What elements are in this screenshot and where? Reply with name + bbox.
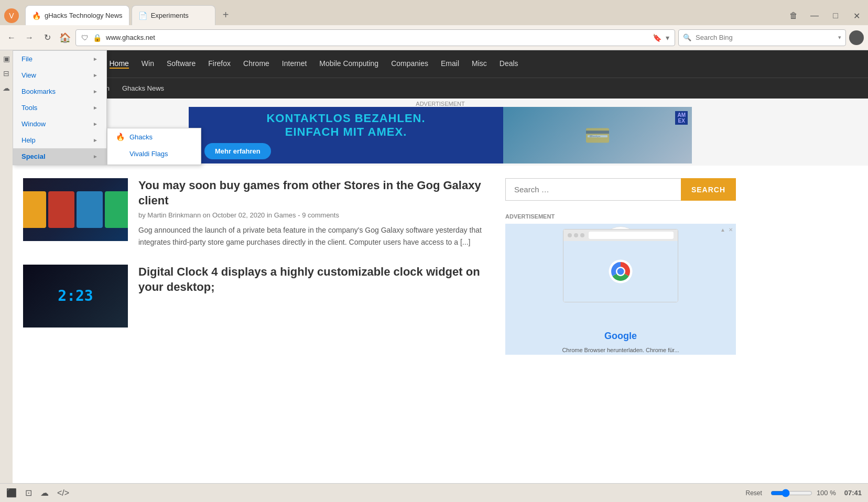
tab-experiments[interactable]: 📄 Experiments <box>132 5 215 25</box>
menu-arrow-file: ► <box>93 56 98 62</box>
nav-link-internet[interactable]: Internet <box>282 59 307 69</box>
bookmark-icon[interactable]: 🔖 <box>653 34 661 42</box>
menu-arrow-window: ► <box>93 121 98 127</box>
close-button[interactable]: ✕ <box>849 8 864 23</box>
ad-close-icon[interactable]: ✕ <box>729 227 733 233</box>
sidebar-right: SEARCH ADVERTISEMENT ✕ ▲ <box>505 178 736 355</box>
sidebar-icon-2[interactable]: ⊟ <box>3 69 9 78</box>
trash-button[interactable]: 🗑 <box>786 8 801 23</box>
menu-link-file[interactable]: File <box>21 55 32 63</box>
window-controls: 🗑 — □ ✕ <box>786 8 864 25</box>
browser-viewport: File ► View ► Bookmarks ► Tools <box>13 50 868 483</box>
menu-item-tools[interactable]: Tools ► <box>13 100 106 116</box>
nav-link-deals[interactable]: Deals <box>500 59 518 69</box>
zoom-slider[interactable] <box>771 489 812 497</box>
new-tab-button[interactable]: + <box>218 6 234 23</box>
amex-badge: AMEX <box>675 111 688 125</box>
address-dropdown-icon[interactable]: ▾ <box>666 34 669 42</box>
ad-image: KONTAKTLOS BEZAHLEN. EINFACH MIT AMEX. M… <box>189 107 692 163</box>
sidebar-icon-1[interactable]: ▣ <box>3 54 10 63</box>
refresh-button[interactable]: ↻ <box>40 30 55 45</box>
sidebar-ad-label: ADVERTISEMENT <box>505 213 736 220</box>
vivaldi-flags-icon <box>116 149 124 158</box>
time-display: 07:41 <box>844 489 862 497</box>
search-dropdown-icon[interactable]: ▾ <box>838 34 841 41</box>
reset-button[interactable]: Reset <box>746 489 762 497</box>
nav-link-companies[interactable]: Companies <box>391 59 428 69</box>
forward-button[interactable]: → <box>22 30 37 45</box>
sidebar-icon-3[interactable]: ☁ <box>3 84 10 92</box>
tab-favicon-experiments: 📄 <box>138 12 147 20</box>
menu-item-help[interactable]: Help ► <box>13 132 106 148</box>
browser-frame: V 🔥 gHacks Technology News 📄 Experiments… <box>0 0 868 502</box>
article-clock: 2:23 Digital Clock 4 displays a highly c… <box>23 265 493 328</box>
sidebar-search-button[interactable]: SEARCH <box>681 178 736 201</box>
ghacks-favicon: 🔥 <box>116 133 124 141</box>
sub-menu: 🔥 Ghacks Vivaldi Flags <box>107 128 201 165</box>
menu-link-tools[interactable]: Tools <box>21 104 37 112</box>
toolbar-icon-2[interactable]: ⊡ <box>25 488 32 498</box>
svg-point-6 <box>617 268 624 275</box>
article-meta-gog: by Martin Brinkmann on October 02, 2020 … <box>138 211 493 219</box>
address-bar: ← → ↻ 🏠 🛡 🔒 www.ghacks.net 🔖 ▾ 🔍 ▾ <box>0 25 868 50</box>
back-button[interactable]: ← <box>4 30 19 45</box>
menu-arrow-help: ► <box>93 137 98 143</box>
tab-label-experiments: Experiments <box>151 12 209 19</box>
tab-ghacks[interactable]: 🔥 gHacks Technology News <box>25 5 129 25</box>
main-menu: File ► View ► Bookmarks ► Tools <box>13 50 107 165</box>
submenu-item-ghacks[interactable]: 🔥 Ghacks <box>107 128 201 145</box>
content-area: ▣ ⊟ ☁ File ► View ► <box>0 50 868 483</box>
main-content: You may soon buy games from other Stores… <box>13 166 746 367</box>
ad-cta-button[interactable]: Mehr erfahren <box>204 143 271 159</box>
nav-link-chrome[interactable]: Chrome <box>243 59 269 69</box>
nav-link-email[interactable]: Email <box>441 59 459 69</box>
menu-item-special[interactable]: Special ► <box>13 148 106 165</box>
menu-item-view[interactable]: View ► <box>13 67 106 83</box>
article-thumb-gog <box>23 178 128 241</box>
menu-link-bookmarks[interactable]: Bookmarks <box>21 88 56 95</box>
menu-item-window[interactable]: Window ► <box>13 116 106 132</box>
menu-arrow-special: ► <box>93 154 98 159</box>
minimize-button[interactable]: — <box>807 8 822 23</box>
vivaldi-logo[interactable]: V <box>4 8 19 23</box>
maximize-button[interactable]: □ <box>828 8 843 23</box>
sidebar-ad: ✕ ▲ <box>505 224 736 355</box>
tab-bar: V 🔥 gHacks Technology News 📄 Experiments… <box>0 0 868 25</box>
menu-link-help[interactable]: Help <box>21 136 36 144</box>
submenu-link-vivaldi-flags[interactable]: Vivaldi Flags <box>129 150 168 158</box>
address-url[interactable]: www.ghacks.net <box>106 34 648 41</box>
menu-link-special[interactable]: Special <box>21 152 46 160</box>
search-input[interactable] <box>696 34 834 41</box>
menu-arrow-tools: ► <box>93 105 98 111</box>
nav-link-misc[interactable]: Misc <box>472 59 487 69</box>
article-body-clock: Digital Clock 4 displays a highly custom… <box>138 265 493 328</box>
menu-link-window[interactable]: Window <box>21 120 46 128</box>
toolbar-icon-3[interactable]: ☁ <box>40 488 49 498</box>
lock-icon: 🔒 <box>93 34 102 42</box>
toolbar-icon-code[interactable]: </> <box>57 488 69 498</box>
articles-list: You may soon buy games from other Stores… <box>23 178 493 355</box>
zoom-control: 100 % <box>771 489 836 497</box>
toolbar-icon-1[interactable]: ⬛ <box>6 488 17 498</box>
submenu-link-ghacks[interactable]: Ghacks <box>129 133 153 141</box>
ad-left-panel: KONTAKTLOS BEZAHLEN. EINFACH MIT AMEX. M… <box>189 107 503 163</box>
search-bar: 🔍 ▾ <box>678 29 846 46</box>
menu-item-bookmarks[interactable]: Bookmarks ► <box>13 83 106 100</box>
article-gog: You may soon buy games from other Stores… <box>23 178 493 248</box>
dropdown-menu: File ► View ► Bookmarks ► Tools <box>13 50 201 165</box>
article-title-clock[interactable]: Digital Clock 4 displays a highly custom… <box>138 265 493 294</box>
chrome-ad-inner: Google Chrome Browser herunterladen. Chr… <box>505 224 736 355</box>
search-widget: SEARCH <box>505 178 736 201</box>
home-button[interactable]: 🏠 <box>58 30 72 45</box>
article-excerpt-gog: Gog announced the launch of a private be… <box>138 224 493 248</box>
sidebar-search-input[interactable] <box>505 178 681 201</box>
nav-link-firefox[interactable]: Firefox <box>208 59 231 69</box>
search-icon: 🔍 <box>683 34 691 41</box>
user-avatar[interactable] <box>849 30 864 45</box>
nav-link-mobile-computing[interactable]: Mobile Computing <box>319 59 378 69</box>
menu-item-file[interactable]: File ► <box>13 51 106 67</box>
menu-link-view[interactable]: View <box>21 71 36 79</box>
ad-headline2: EINFACH MIT AMEX. <box>204 125 487 139</box>
submenu-item-vivaldi-flags[interactable]: Vivaldi Flags <box>107 145 201 162</box>
article-title-gog[interactable]: You may soon buy games from other Stores… <box>138 178 493 208</box>
